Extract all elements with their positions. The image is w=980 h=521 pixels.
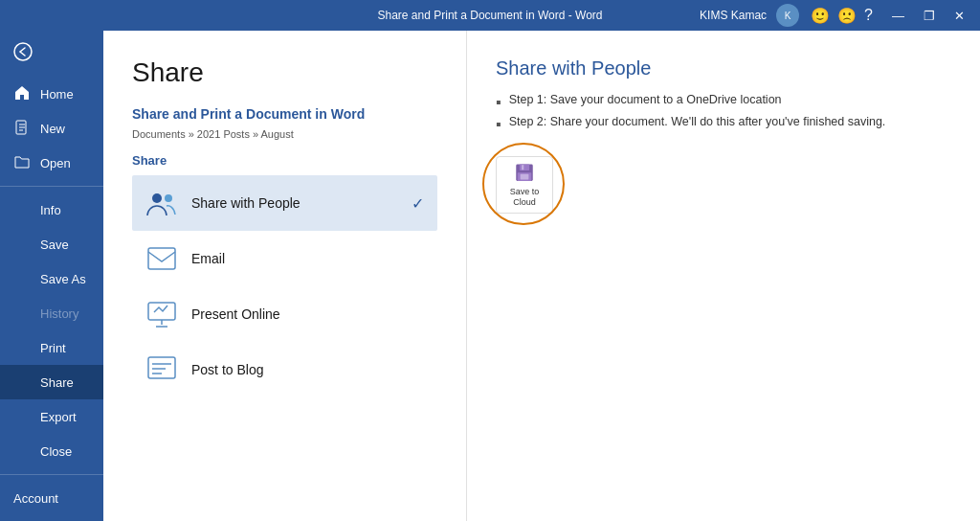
sidebar-item-account[interactable]: Account <box>0 481 103 515</box>
sidebar-item-export[interactable]: Export <box>0 399 103 434</box>
floppy-disk-icon <box>511 163 538 182</box>
email-icon <box>145 242 178 275</box>
sidebar-item-home[interactable]: Home <box>0 77 103 111</box>
save-to-cloud-button[interactable]: Save toCloud <box>496 156 553 214</box>
sidebar-label-new: New <box>40 122 65 136</box>
content: Share Share and Print a Document in Word… <box>103 31 980 521</box>
app-body: Home New Open Info Save <box>0 31 980 521</box>
open-icon <box>13 155 31 171</box>
new-icon <box>13 120 31 138</box>
sidebar-label-info: Info <box>40 203 61 217</box>
sidebar-item-info[interactable]: Info <box>0 193 103 227</box>
sidebar-label-close: Close <box>40 444 72 459</box>
share-people-label: Share with People <box>191 195 301 211</box>
title-bar: Share and Print a Document in Word - Wor… <box>0 0 980 31</box>
sidebar-item-share[interactable]: Share <box>0 365 103 399</box>
svg-rect-6 <box>148 357 175 378</box>
sidebar-item-feedback[interactable]: Feedback <box>0 515 103 521</box>
emoji-smile-icon: 🙂 <box>811 7 830 25</box>
step-1: ▪ Step 1: Save your document to a OneDri… <box>496 93 951 111</box>
svg-rect-8 <box>520 165 529 171</box>
bullet-1: ▪ <box>496 93 501 111</box>
share-list: Share with People ✓ Email <box>132 175 437 397</box>
sidebar-item-open[interactable]: Open <box>0 146 103 180</box>
svg-rect-11 <box>521 174 529 180</box>
svg-point-0 <box>14 43 32 60</box>
sidebar-label-open: Open <box>40 156 71 170</box>
share-blog-label: Post to Blog <box>191 362 264 377</box>
svg-rect-9 <box>522 166 523 170</box>
share-item-people[interactable]: Share with People ✓ <box>132 175 437 231</box>
people-icon <box>145 187 178 219</box>
sidebar-label-save: Save <box>40 238 69 252</box>
svg-rect-4 <box>148 248 175 269</box>
sidebar-label-account: Account <box>13 491 58 506</box>
bullet-2: ▪ <box>496 115 501 133</box>
title-bar-title: Share and Print a Document in Word - Wor… <box>378 9 603 22</box>
svg-point-2 <box>152 193 162 203</box>
title-bar-controls: KIMS Kamac K 🙂 🙁 ? — ❐ ✕ <box>700 0 972 31</box>
sidebar-item-save[interactable]: Save <box>0 227 103 261</box>
back-button[interactable] <box>0 31 103 77</box>
sidebar-label-print: Print <box>40 341 66 355</box>
minimize-button[interactable]: — <box>884 0 912 31</box>
avatar: K <box>776 4 799 27</box>
sidebar-label-saveas: Save As <box>40 272 86 286</box>
sidebar-item-print[interactable]: Print <box>0 330 103 365</box>
share-email-label: Email <box>191 251 225 266</box>
page-title: Share <box>132 57 437 88</box>
svg-point-3 <box>165 194 172 202</box>
share-item-present[interactable]: Present Online <box>132 286 437 342</box>
sidebar-label-history: History <box>40 306 78 321</box>
sidebar-bottom: Account Feedback Options <box>0 468 103 521</box>
step-2: ▪ Step 2: Share your document. We'll do … <box>496 115 951 133</box>
sidebar-label-home: Home <box>40 87 74 102</box>
checkmark-icon: ✓ <box>412 194 424 213</box>
sidebar-item-history: History <box>0 296 103 330</box>
left-panel: Share Share and Print a Document in Word… <box>103 31 467 521</box>
sidebar-label-share: Share <box>40 375 74 390</box>
close-button[interactable]: ✕ <box>947 0 972 31</box>
restore-button[interactable]: ❐ <box>916 0 943 31</box>
home-icon <box>13 85 31 103</box>
blog-icon <box>145 353 178 386</box>
sidebar: Home New Open Info Save <box>0 31 103 521</box>
sidebar-label-export: Export <box>40 410 77 424</box>
step-2-text: Step 2: Share your document. We'll do th… <box>509 115 886 128</box>
panel-title: Share with People <box>496 57 951 79</box>
help-icon[interactable]: ? <box>864 7 873 24</box>
save-cloud-wrapper: Save toCloud <box>496 156 553 214</box>
share-present-label: Present Online <box>191 306 280 322</box>
sidebar-item-close[interactable]: Close <box>0 434 103 468</box>
sidebar-nav: Home New Open Info Save <box>0 77 103 468</box>
doc-title: Share and Print a Document in Word <box>132 106 365 122</box>
breadcrumb: Documents » 2021 Posts » August <box>132 128 437 140</box>
share-item-email[interactable]: Email <box>132 231 437 286</box>
step-list: ▪ Step 1: Save your document to a OneDri… <box>496 93 951 133</box>
section-label: Share <box>132 153 437 168</box>
right-panel: Share with People ▪ Step 1: Save your do… <box>467 31 980 521</box>
sidebar-item-saveas[interactable]: Save As <box>0 261 103 296</box>
sidebar-item-new[interactable]: New <box>0 111 103 146</box>
step-1-text: Step 1: Save your document to a OneDrive… <box>509 93 782 106</box>
save-cloud-label: Save toCloud <box>510 187 540 208</box>
present-icon <box>145 298 178 330</box>
emoji-sad-icon: 🙁 <box>837 7 857 25</box>
user-name: KIMS Kamac <box>700 9 767 22</box>
share-item-blog[interactable]: Post to Blog <box>132 342 437 397</box>
